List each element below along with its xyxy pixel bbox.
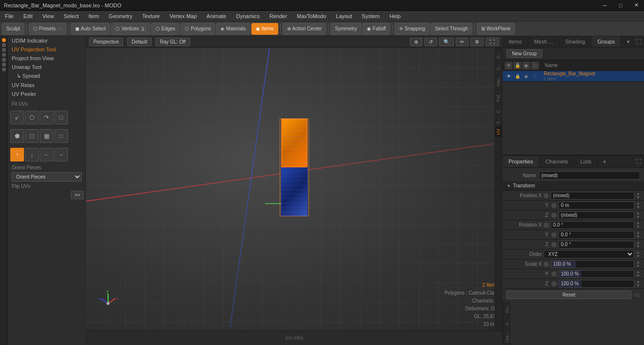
- scale-x-arrows[interactable]: ▲ ▼: [636, 260, 640, 268]
- close-btn[interactable]: ✕: [628, 0, 644, 11]
- tool-uv-projection[interactable]: UV Projection Tool: [8, 45, 86, 54]
- menu-render[interactable]: Render: [265, 11, 292, 21]
- prop-name-input[interactable]: [539, 171, 640, 180]
- menu-layout[interactable]: Layout: [331, 11, 357, 21]
- tool-project-view[interactable]: Project from View: [8, 54, 86, 63]
- new-group-btn[interactable]: New Group: [507, 49, 542, 58]
- group-row-magnet[interactable]: 👁 🔒 ◉ □ Rectangle_Bar_Magnet 1 Item: [503, 71, 644, 82]
- position-z-arrows[interactable]: ▲ ▼: [636, 211, 640, 219]
- rotation-y-down[interactable]: ▼: [636, 235, 640, 239]
- menu-system[interactable]: System: [357, 11, 385, 21]
- scale-z-arrows[interactable]: ▲ ▼: [636, 280, 640, 288]
- tool-uv-peeler[interactable]: UV Peeler: [8, 90, 86, 98]
- snapping-btn[interactable]: ✛ Snapping: [395, 23, 429, 35]
- icon-btn-7[interactable]: ▦: [40, 129, 53, 143]
- order-down[interactable]: ▼: [636, 254, 640, 258]
- rotation-x-down[interactable]: ▼: [636, 225, 640, 229]
- group-icon-eye-row[interactable]: 👁: [505, 72, 512, 80]
- viewport-canvas[interactable]: x z y 2 Items Polygons : Catmull-Clark C…: [86, 48, 502, 330]
- position-y-down[interactable]: ▼: [636, 206, 640, 209]
- order-arrows[interactable]: ▲ ▼: [636, 251, 640, 258]
- vp-icon-rotate[interactable]: ↺: [424, 38, 437, 46]
- icon-btn-down[interactable]: ↓: [25, 148, 39, 161]
- menu-geometry[interactable]: Geometry: [104, 11, 137, 21]
- icon-btn-6[interactable]: ⬡: [25, 129, 39, 143]
- icon-btn-right[interactable]: →: [54, 148, 68, 161]
- menu-view[interactable]: View: [38, 11, 59, 21]
- maximize-btn[interactable]: □: [613, 0, 628, 11]
- tab-expand[interactable]: ⛶: [633, 37, 644, 46]
- left-more-btn[interactable]: >>: [71, 191, 84, 199]
- tab-arrow[interactable]: ▾: [624, 37, 633, 47]
- vp-expand[interactable]: ⛶: [486, 38, 499, 46]
- rotation-z-arrows[interactable]: ▲ ▼: [636, 241, 640, 249]
- rotation-z-dot[interactable]: [552, 242, 556, 247]
- group-icon-render[interactable]: □: [531, 62, 539, 69]
- icon-btn-5[interactable]: ⬟: [10, 129, 24, 143]
- rotation-z-bar[interactable]: 0.0 °: [558, 241, 634, 249]
- vp-icon-zoom[interactable]: 🔍: [439, 38, 454, 46]
- menu-texture[interactable]: Texture: [137, 11, 165, 21]
- position-x-arrows[interactable]: ▲ ▼: [636, 192, 640, 200]
- scale-x-bar[interactable]: 100.0 %: [551, 260, 634, 268]
- icon-btn-3[interactable]: ↷: [40, 111, 53, 124]
- rotation-x-arrows[interactable]: ▲ ▼: [636, 221, 640, 229]
- menu-select[interactable]: Select: [59, 11, 84, 21]
- scale-y-down[interactable]: ▼: [636, 274, 640, 278]
- tab-shading[interactable]: Shading: [559, 36, 591, 47]
- vp-icon-edit[interactable]: ✏: [456, 38, 468, 46]
- icon-btn-1[interactable]: ↙: [10, 111, 24, 124]
- tool-udim[interactable]: UDIM Indicator: [8, 36, 86, 45]
- vp-perspective-btn[interactable]: Perspective: [89, 38, 123, 46]
- tab-items[interactable]: Items: [503, 36, 528, 47]
- menu-animate[interactable]: Animate: [201, 11, 231, 21]
- orient-select[interactable]: Orient Pieces: [12, 172, 82, 182]
- menu-edit[interactable]: Edit: [19, 11, 38, 21]
- reset-arr-left[interactable]: ◁◁: [633, 293, 640, 298]
- rotation-y-bar[interactable]: 0.0 °: [558, 231, 634, 239]
- workplane-btn[interactable]: ⊞ WorkPlane: [477, 23, 515, 35]
- icon-btn-4[interactable]: □: [54, 111, 68, 124]
- icon-btn-up[interactable]: ↑: [10, 148, 24, 161]
- scale-z-dot[interactable]: [552, 281, 556, 286]
- side-label-a[interactable]: A...: [504, 317, 511, 328]
- falloff-btn[interactable]: ◉ Falloff: [362, 23, 390, 35]
- vertices-btn[interactable]: ⬡ Vertices 1: [111, 23, 150, 35]
- window-controls[interactable]: ─ □ ✕: [597, 0, 644, 11]
- position-x-dot[interactable]: [544, 193, 549, 198]
- position-z-bar[interactable]: (mixed): [558, 211, 634, 219]
- side-label-go[interactable]: Go...: [504, 301, 511, 315]
- vp-icon-move[interactable]: ⊕: [410, 38, 422, 46]
- tool-unwrap[interactable]: Unwrap Tool: [8, 63, 86, 71]
- group-icon-lock-row[interactable]: 🔒: [513, 72, 521, 80]
- position-x-down[interactable]: ▼: [636, 196, 640, 200]
- menu-dynamics[interactable]: Dynamics: [231, 11, 265, 21]
- polygons-btn[interactable]: ⬡ Polygons: [180, 23, 215, 35]
- rb-tab-channels[interactable]: Channels: [539, 156, 574, 167]
- presets-btn[interactable]: ⬡ Presets F6: [29, 23, 67, 35]
- menu-maxtomodo[interactable]: MaxToModo: [292, 11, 331, 21]
- position-y-dot[interactable]: [552, 203, 556, 208]
- menu-file[interactable]: File: [0, 11, 19, 21]
- rotation-x-dot[interactable]: [544, 223, 549, 228]
- vp-default-btn[interactable]: Default: [127, 38, 152, 46]
- scale-x-down[interactable]: ▼: [636, 264, 640, 268]
- symmetry-btn[interactable]: Symmetry: [331, 23, 361, 35]
- rb-tab-plus[interactable]: +: [600, 156, 609, 167]
- sculpt-btn[interactable]: Sculpt: [2, 23, 24, 35]
- group-icon-lock[interactable]: 🔒: [513, 62, 521, 69]
- order-select[interactable]: XYZ: [544, 250, 634, 258]
- side-label-use[interactable]: Use...: [504, 329, 511, 345]
- group-icon-vis[interactable]: ◉: [522, 62, 530, 69]
- icon-btn-8[interactable]: □: [54, 129, 68, 143]
- reset-btn[interactable]: Reset: [507, 291, 631, 299]
- position-z-dot[interactable]: [552, 213, 556, 218]
- tab-mesh[interactable]: Mesh ...: [528, 36, 559, 47]
- scale-z-bar[interactable]: 100.0 %: [558, 280, 634, 288]
- rotation-y-arrows[interactable]: ▲ ▼: [636, 231, 640, 239]
- rb-tab-lists[interactable]: Lists: [575, 156, 598, 167]
- select-through-btn[interactable]: Select Through: [430, 23, 472, 35]
- vp-icon-settings[interactable]: ⚙: [470, 38, 484, 46]
- scale-y-arrows[interactable]: ▲ ▼: [636, 270, 640, 278]
- scale-z-down[interactable]: ▼: [636, 284, 640, 288]
